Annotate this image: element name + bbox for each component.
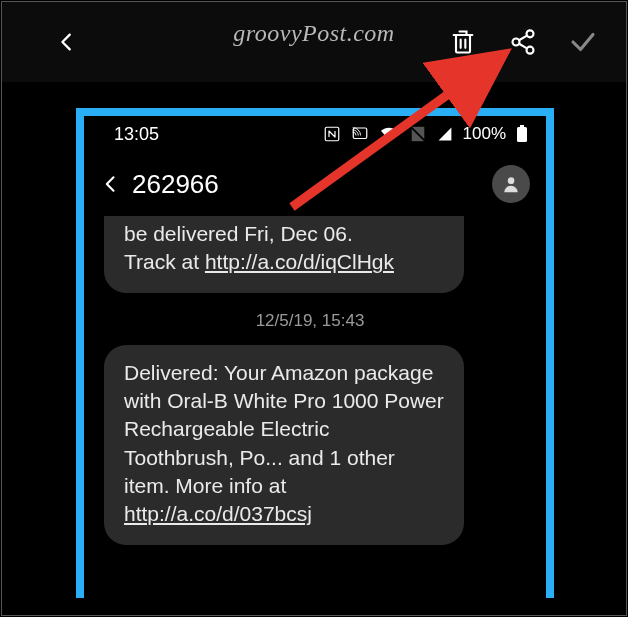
- status-bar: 13:05 100%: [84, 116, 546, 152]
- battery-icon: [516, 125, 528, 143]
- message-text: be delivered Fri, Dec 06.: [124, 222, 353, 245]
- message-thread: be delivered Fri, Dec 06. Track at http:…: [84, 216, 546, 545]
- svg-point-2: [527, 47, 534, 54]
- confirm-button[interactable]: [564, 23, 602, 61]
- back-button[interactable]: [48, 23, 86, 61]
- conversation-back-button[interactable]: [94, 174, 128, 194]
- svg-point-1: [513, 39, 520, 46]
- message-link[interactable]: http://a.co/d/037bcsj: [124, 502, 312, 525]
- message-link[interactable]: http://a.co/d/iqClHgk: [205, 250, 394, 273]
- battery-percentage: 100%: [463, 124, 506, 144]
- svg-point-0: [527, 30, 534, 37]
- nfc-icon: [323, 125, 341, 143]
- phone-screenshot: 13:05 100% 262966: [84, 116, 546, 598]
- person-icon: [501, 174, 521, 194]
- svg-point-9: [508, 177, 515, 184]
- contact-avatar[interactable]: [492, 165, 530, 203]
- delete-button[interactable]: [444, 23, 482, 61]
- svg-rect-7: [517, 127, 527, 142]
- message-text: Track at: [124, 250, 205, 273]
- cast-icon: [351, 125, 369, 143]
- trash-icon: [449, 28, 477, 56]
- no-sim-icon: [409, 125, 427, 143]
- message-text: Delivered: Your Amazon package with Oral…: [124, 361, 444, 497]
- chevron-left-icon: [56, 31, 78, 53]
- message-timestamp: 12/5/19, 15:43: [84, 311, 536, 331]
- crop-area[interactable]: 13:05 100% 262966: [76, 108, 554, 598]
- status-time: 13:05: [114, 124, 323, 145]
- editor-toolbar: [2, 2, 626, 82]
- share-icon: [509, 28, 537, 56]
- status-icons: 100%: [323, 124, 528, 144]
- signal-icon: [437, 126, 453, 142]
- check-icon: [568, 27, 598, 57]
- message-bubble[interactable]: Delivered: Your Amazon package with Oral…: [104, 345, 464, 545]
- message-bubble[interactable]: be delivered Fri, Dec 06. Track at http:…: [104, 216, 464, 293]
- share-button[interactable]: [504, 23, 542, 61]
- screenshot-frame: groovyPost.com 13:05 100%: [1, 1, 627, 616]
- wifi-icon: [379, 126, 399, 142]
- chevron-left-icon: [101, 174, 121, 194]
- svg-rect-8: [520, 125, 524, 127]
- conversation-header: 262966: [84, 152, 546, 216]
- conversation-title: 262966: [132, 169, 492, 200]
